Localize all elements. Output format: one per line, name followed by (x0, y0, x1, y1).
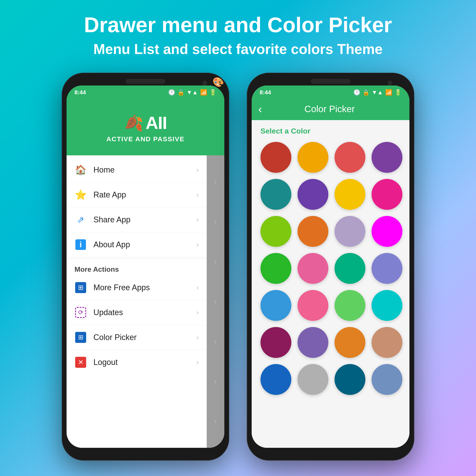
peek-chevron-2: › (214, 217, 217, 226)
status-icons-right: 🕐 🔒 ▼▲ 📶 🔋 (353, 89, 402, 96)
phone-left-screen: 8:44 🕐 🔒 ▼▲ 📶 🔋 🍂 AII ACTIVE AND PASSIVE… (67, 85, 224, 448)
color-picker-toolbar: ‹ Color Picker (252, 98, 409, 120)
peek-chevron-5: › (214, 337, 217, 346)
color-circle-25[interactable] (298, 364, 328, 395)
menu-label-more-free-apps: More Free Apps (93, 283, 190, 292)
colorpicker-icon: ⊞ (74, 331, 87, 343)
app-name-label: ACTIVE AND PASSIVE (106, 135, 185, 143)
menu-label-share-app: Share App (93, 215, 190, 224)
color-circle-19[interactable] (372, 290, 402, 321)
color-circle-9[interactable] (298, 216, 328, 247)
status-icons-left: 🕐 🔒 ▼▲ 📶 🔋 (168, 89, 216, 96)
chevron-colorpicker-icon: › (196, 333, 199, 341)
color-circle-21[interactable] (298, 327, 328, 358)
wifi-icon-r: ▼▲ (372, 89, 383, 96)
menu-item-about-app[interactable]: i About App › (67, 232, 207, 257)
color-circle-15[interactable] (372, 253, 402, 284)
chevron-home-icon: › (196, 166, 199, 174)
color-circle-16[interactable] (260, 290, 291, 321)
color-circle-13[interactable] (298, 253, 328, 284)
header: Drawer menu and Color Picker Menu List a… (75, 0, 401, 64)
color-circle-8[interactable] (260, 216, 291, 247)
color-circle-22[interactable] (335, 327, 365, 358)
menu-item-share-app[interactable]: ⇗ Share App › (67, 207, 207, 232)
status-bar-right: 8:44 🕐 🔒 ▼▲ 📶 🔋 (252, 85, 409, 98)
chevron-logout-icon: › (196, 358, 199, 366)
peek-chevron-7: › (214, 416, 217, 426)
color-circle-18[interactable] (335, 290, 365, 321)
chevron-more-icon: › (196, 283, 199, 291)
menu-item-rate-app[interactable]: ⭐ Rate App › (67, 183, 207, 207)
share-icon: ⇗ (74, 214, 87, 226)
speaker-right (311, 79, 350, 84)
camera-dot-right (387, 81, 392, 85)
chevron-updates-icon: › (196, 308, 199, 316)
more-actions-header: More Actions (67, 260, 207, 275)
camera-dot (202, 81, 207, 85)
color-circle-10[interactable] (335, 216, 365, 247)
color-circle-4[interactable] (260, 179, 291, 210)
back-button[interactable]: ‹ (258, 102, 262, 116)
logout-icon: ✕ (74, 356, 87, 369)
chevron-share-icon: › (196, 216, 199, 224)
drawer-header: 🍂 AII ACTIVE AND PASSIVE 🎨 (67, 98, 224, 155)
app-logo: 🍂 AII (124, 113, 167, 133)
clock-icon-r: 🕐 (353, 89, 360, 96)
clock-icon: 🕐 (168, 89, 175, 96)
phone-right-screen: 8:44 🕐 🔒 ▼▲ 📶 🔋 ‹ Color Picker Select a … (252, 85, 409, 448)
color-circle-26[interactable] (335, 364, 365, 395)
peek-chevron-6: › (214, 377, 217, 386)
phone-right-notch (252, 79, 409, 84)
signal-icon-r: 📶 (385, 89, 392, 96)
peek-chevron-4: › (214, 297, 217, 306)
battery-icon-r: 🔋 (394, 89, 402, 96)
toolbar-title: Color Picker (267, 104, 392, 114)
color-circle-27[interactable] (372, 364, 402, 395)
grid-icon: ⊞ (74, 281, 87, 294)
color-circle-5[interactable] (298, 179, 328, 210)
logo-text: AII (145, 113, 167, 133)
color-circle-20[interactable] (260, 327, 291, 358)
page-title: Drawer menu and Color Picker (84, 13, 392, 36)
menu-label-about-app: About App (93, 240, 190, 249)
color-circle-12[interactable] (260, 253, 291, 284)
color-circle-0[interactable] (260, 142, 291, 173)
menu-label-color-picker: Color Picker (93, 333, 190, 342)
status-bar-left: 8:44 🕐 🔒 ▼▲ 📶 🔋 (67, 85, 224, 98)
home-icon: 🏠 (74, 164, 87, 176)
update-icon: ⟳ (74, 306, 87, 319)
color-circle-11[interactable] (372, 216, 402, 247)
palette-icon: 🎨 (212, 85, 224, 87)
chevron-rate-icon: › (196, 191, 199, 199)
info-icon: i (74, 238, 87, 251)
color-circle-24[interactable] (260, 364, 291, 395)
drawer-menu[interactable]: 🏠 Home › ⭐ Rate App › ⇗ (67, 155, 207, 448)
phone-right: 8:44 🕐 🔒 ▼▲ 📶 🔋 ‹ Color Picker Select a … (247, 73, 414, 460)
phone-left: 8:44 🕐 🔒 ▼▲ 📶 🔋 🍂 AII ACTIVE AND PASSIVE… (62, 73, 229, 460)
drawer-peek: › › › › › › › (207, 155, 224, 448)
menu-item-logout[interactable]: ✕ Logout › (67, 350, 207, 375)
menu-item-home[interactable]: 🏠 Home › (67, 158, 207, 183)
menu-item-color-picker[interactable]: ⊞ Color Picker › (67, 325, 207, 350)
wifi-icon: ▼▲ (187, 89, 198, 96)
menu-item-more-free-apps[interactable]: ⊞ More Free Apps › (67, 275, 207, 300)
color-picker-body: Select a Color (252, 120, 409, 448)
lock-icon-r: 🔒 (362, 89, 370, 96)
status-time-left: 8:44 (74, 89, 86, 96)
color-circle-1[interactable] (298, 142, 328, 173)
signal-icon: 📶 (200, 89, 207, 96)
status-time-right: 8:44 (260, 89, 271, 96)
color-circle-17[interactable] (298, 290, 328, 321)
color-circle-3[interactable] (372, 142, 402, 173)
color-circle-14[interactable] (335, 253, 365, 284)
peek-chevron-1: › (214, 177, 217, 187)
menu-item-updates[interactable]: ⟳ Updates › (67, 300, 207, 325)
color-circle-7[interactable] (372, 179, 402, 210)
menu-divider (67, 258, 207, 259)
chevron-about-icon: › (196, 240, 199, 249)
peek-chevron-3: › (214, 257, 217, 266)
color-circle-6[interactable] (335, 179, 365, 210)
color-circle-2[interactable] (335, 142, 365, 173)
phone-left-notch (67, 79, 224, 84)
color-circle-23[interactable] (372, 327, 402, 358)
